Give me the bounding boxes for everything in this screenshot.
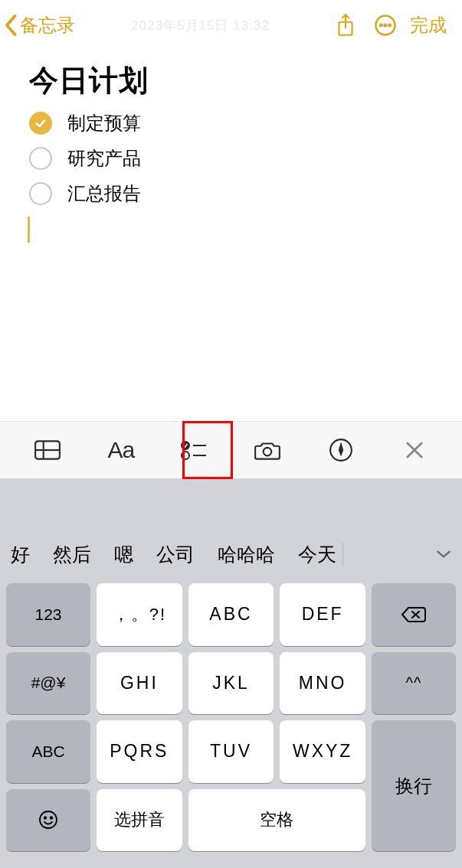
candidate-word[interactable]: 然后	[53, 542, 91, 567]
checklist-icon	[180, 439, 209, 462]
key-123[interactable]: 123	[6, 583, 90, 646]
svg-point-3	[380, 24, 382, 27]
pen-circle-icon	[329, 438, 353, 462]
svg-point-5	[388, 24, 391, 27]
key-face[interactable]: ^^	[372, 652, 456, 715]
aa-icon: Aa	[107, 437, 134, 463]
camera-button[interactable]	[240, 428, 295, 472]
key-space[interactable]: 空格	[188, 789, 365, 852]
svg-point-21	[51, 817, 53, 819]
key-pqrs[interactable]: PQRS	[97, 720, 182, 783]
text-format-button[interactable]: Aa	[93, 428, 149, 472]
expand-candidates-button[interactable]	[428, 549, 459, 560]
key-punctuation[interactable]: ，。?!	[97, 583, 182, 646]
key-return[interactable]: 换行	[372, 720, 456, 851]
checklist-item[interactable]: 研究产品	[29, 146, 433, 171]
svg-point-20	[44, 817, 47, 819]
checkbox-checked[interactable]	[29, 112, 52, 135]
key-tuv[interactable]: TUV	[188, 720, 274, 783]
more-button[interactable]	[365, 8, 405, 42]
key-def[interactable]: DEF	[280, 583, 365, 646]
candidate-word[interactable]: 嗯	[114, 542, 133, 567]
chevron-left-icon	[5, 14, 18, 37]
checkbox-unchecked[interactable]	[29, 182, 52, 205]
key-backspace[interactable]	[372, 583, 456, 646]
note-title[interactable]: 今日计划	[29, 61, 433, 100]
note-body[interactable]: 今日计划 制定预算 研究产品 汇总报告	[0, 51, 462, 421]
back-button[interactable]: 备忘录	[5, 13, 75, 38]
key-abc[interactable]: ABC	[188, 583, 274, 646]
share-icon	[336, 13, 356, 38]
key-mno[interactable]: MNO	[280, 652, 365, 715]
format-toolbar: Aa	[0, 421, 462, 479]
camera-icon	[254, 439, 281, 462]
key-ghi[interactable]: GHI	[97, 652, 182, 715]
checklist-item[interactable]: 制定预算	[29, 111, 433, 135]
checkmark-icon	[34, 117, 47, 129]
key-emoji[interactable]	[6, 789, 90, 852]
table-icon	[34, 439, 61, 462]
key-jkl[interactable]: JKL	[188, 652, 274, 715]
nav-bar: 备忘录 2023年5月15日 13:32 完成	[0, 0, 462, 51]
format-toolbar-wrap: Aa	[0, 421, 462, 479]
markup-button[interactable]	[313, 428, 369, 472]
checklist-item-text[interactable]: 制定预算	[67, 111, 141, 135]
checklist-button[interactable]	[167, 428, 222, 472]
keyboard-spacer	[0, 479, 462, 531]
ellipsis-circle-icon	[374, 14, 397, 37]
emoji-icon	[38, 809, 59, 830]
table-button[interactable]	[20, 428, 75, 472]
key-select-pinyin[interactable]: 选拼音	[97, 789, 182, 852]
note-timestamp-ghost: 2023年5月15日 13:32	[75, 17, 326, 34]
close-keyboard-button[interactable]	[387, 428, 442, 472]
key-symbols[interactable]: #@¥	[6, 652, 90, 715]
done-button[interactable]: 完成	[405, 13, 453, 38]
text-cursor-line[interactable]	[29, 217, 433, 243]
key-mode-abc[interactable]: ABC	[6, 720, 90, 783]
checklist-item[interactable]: 汇总报告	[29, 181, 433, 206]
key-wxyz[interactable]: WXYZ	[280, 720, 365, 783]
svg-point-4	[385, 24, 387, 27]
checklist-item-text[interactable]: 汇总报告	[67, 181, 141, 206]
candidate-word[interactable]: 哈哈哈	[218, 542, 275, 567]
keyboard: 好 然后 嗯 公司 哈哈哈 今天 123 ，。?! ABC DEF #@¥ GH…	[0, 531, 462, 868]
candidate-word[interactable]: 公司	[156, 542, 195, 567]
back-label: 备忘录	[20, 13, 75, 38]
backspace-icon	[401, 605, 427, 624]
checkbox-unchecked[interactable]	[29, 147, 52, 170]
candidate-word[interactable]: 好	[11, 542, 30, 567]
candidate-word[interactable]: 今天	[298, 542, 336, 567]
svg-point-9	[182, 442, 189, 449]
share-button[interactable]	[326, 8, 365, 42]
chevron-down-icon	[435, 549, 452, 560]
key-grid: 123 ，。?! ABC DEF #@¥ GHI JKL MNO ^^ ABC …	[0, 577, 462, 857]
candidate-bar: 好 然后 嗯 公司 哈哈哈 今天	[0, 531, 462, 577]
svg-point-11	[182, 452, 189, 459]
text-cursor	[28, 217, 30, 243]
svg-point-13	[264, 448, 272, 456]
close-icon	[405, 440, 424, 460]
checklist-item-text[interactable]: 研究产品	[67, 146, 141, 171]
candidate-divider	[342, 543, 343, 566]
svg-point-19	[40, 811, 57, 828]
